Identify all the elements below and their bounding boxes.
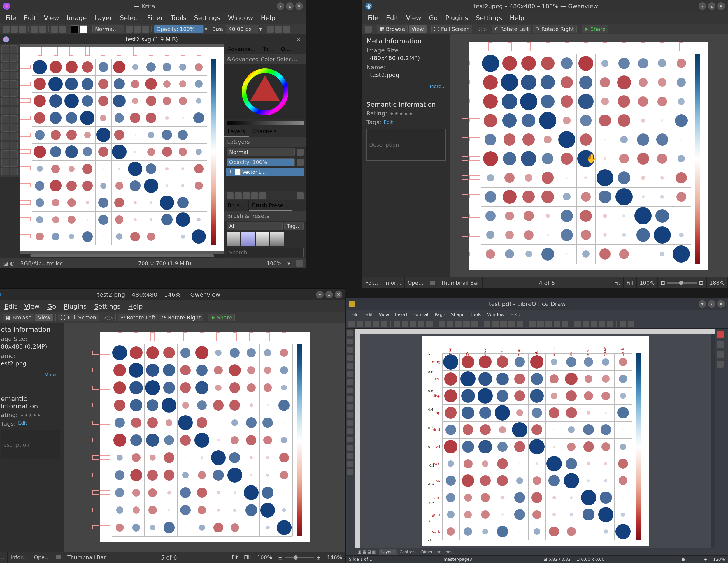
menu-select[interactable]: Select bbox=[119, 14, 141, 22]
draw-tool-icon[interactable] bbox=[347, 387, 353, 393]
rotate-left-button[interactable]: ↶ Rotate Left bbox=[492, 25, 531, 33]
advance-tab[interactable]: Advance… bbox=[224, 44, 259, 54]
shapes-icon[interactable] bbox=[717, 341, 724, 348]
polygon-tool[interactable] bbox=[10, 80, 18, 88]
toolbar-icon[interactable] bbox=[574, 321, 581, 327]
mirror-v-icon[interactable] bbox=[275, 26, 282, 33]
menu-file[interactable]: File bbox=[350, 311, 360, 318]
toolbar-icon[interactable] bbox=[455, 321, 462, 327]
menu-view[interactable]: View bbox=[405, 14, 422, 22]
thumbnail-bar-button[interactable]: Thumbnail Bar bbox=[438, 278, 483, 288]
zoom-slider[interactable]: — ● ———— + bbox=[676, 557, 707, 562]
delete-layer-icon[interactable] bbox=[297, 192, 304, 199]
brush-tool[interactable] bbox=[1, 63, 9, 71]
operations-tab[interactable]: Ope… bbox=[405, 278, 427, 288]
view-button[interactable]: View bbox=[35, 313, 53, 321]
pan-tool[interactable] bbox=[10, 159, 18, 167]
pattern-tool[interactable] bbox=[10, 98, 18, 106]
menu-edit[interactable]: Edit bbox=[363, 311, 374, 318]
folders-tab[interactable]: Fol… bbox=[362, 278, 381, 288]
add-layer-icon[interactable] bbox=[227, 192, 234, 199]
toolbar-icon[interactable] bbox=[394, 321, 400, 327]
tags-edit-link[interactable]: Edit bbox=[18, 420, 27, 427]
menu-insert[interactable]: Insert bbox=[394, 311, 409, 318]
toolbar-icon[interactable] bbox=[348, 321, 355, 327]
down-icon[interactable] bbox=[243, 192, 250, 199]
document-tab[interactable]: test2.svg (1.9 MiB) bbox=[125, 36, 178, 43]
contig-select-tool[interactable] bbox=[1, 142, 9, 149]
ref-tool[interactable] bbox=[10, 115, 18, 123]
toolbar-icon[interactable] bbox=[426, 321, 433, 327]
menu-go[interactable]: Go bbox=[46, 302, 57, 310]
magnetic-select-tool[interactable] bbox=[1, 150, 9, 158]
draw-tool-icon[interactable] bbox=[347, 420, 353, 426]
fill-button[interactable]: Fill bbox=[624, 278, 637, 288]
draw-tool-icon[interactable] bbox=[347, 396, 353, 401]
menu-filter[interactable]: Filter bbox=[146, 14, 164, 22]
fill-tool[interactable] bbox=[10, 168, 18, 176]
preset-thumb[interactable] bbox=[227, 232, 240, 246]
fit-button[interactable]: Fit bbox=[229, 552, 241, 563]
description-input[interactable] bbox=[1, 430, 60, 459]
layers-tab[interactable]: Layers bbox=[224, 127, 249, 137]
menu-help[interactable]: Help bbox=[509, 311, 521, 318]
zoom-slider[interactable]: ⊟⊞ bbox=[658, 278, 706, 288]
toolbar-icon[interactable] bbox=[529, 321, 536, 327]
thumb-toggle-icon[interactable] bbox=[430, 281, 435, 285]
menu-settings[interactable]: Settings bbox=[475, 14, 503, 22]
rotate-right-button[interactable]: ↷ Rotate Right bbox=[533, 25, 577, 33]
similar-select-tool[interactable] bbox=[10, 142, 18, 149]
draw-tool-icon[interactable] bbox=[347, 445, 353, 450]
fill-button[interactable]: Fill bbox=[241, 552, 254, 563]
menu-shape[interactable]: Shape bbox=[450, 311, 466, 318]
alpha-lock-icon[interactable] bbox=[142, 26, 149, 33]
eraser-icon[interactable] bbox=[134, 26, 141, 33]
h-scrollbar[interactable] bbox=[20, 254, 224, 258]
thumb-toggle-icon[interactable] bbox=[56, 555, 61, 559]
menu-settings[interactable]: Settings bbox=[193, 14, 222, 22]
picker-tool[interactable] bbox=[1, 168, 9, 176]
maximize-button[interactable]: ▴ bbox=[708, 300, 715, 308]
preset-thumb[interactable] bbox=[256, 232, 269, 246]
draw-tool-icon[interactable] bbox=[347, 347, 353, 352]
toolbar-icon[interactable] bbox=[537, 321, 544, 327]
zoom-slider[interactable]: ⊟⊞ bbox=[275, 552, 324, 563]
menu-go[interactable]: Go bbox=[428, 14, 439, 22]
crop-tool[interactable] bbox=[10, 54, 18, 62]
toolbar-icon[interactable] bbox=[500, 321, 507, 327]
calligraphy-tool[interactable] bbox=[10, 89, 18, 97]
close-button[interactable]: ✕ bbox=[295, 2, 303, 10]
props-icon[interactable] bbox=[259, 192, 266, 199]
ellipse-tool[interactable] bbox=[10, 72, 18, 79]
bezier-select-tool[interactable] bbox=[10, 150, 18, 158]
brush-engine-icon[interactable] bbox=[126, 26, 133, 33]
fg-swatch[interactable] bbox=[71, 25, 79, 33]
pattern-icon[interactable] bbox=[59, 26, 66, 33]
ellipse-select-tool[interactable] bbox=[10, 124, 18, 132]
draw-tool-icon[interactable] bbox=[347, 461, 353, 467]
dimlines-tab[interactable]: Dimension Lines bbox=[418, 550, 455, 554]
gwen2-titlebar[interactable]: test2.png – 480x480 – 146% — Gwenview ▾ … bbox=[0, 289, 345, 300]
draw-tool-icon[interactable] bbox=[347, 412, 353, 418]
angle-icon[interactable] bbox=[296, 260, 303, 267]
toolbar-icon[interactable] bbox=[439, 321, 445, 327]
gwen1-titlebar[interactable]: ◉ test2.jpeg – 480x480 – 188% — Gwenview… bbox=[362, 0, 728, 12]
gwen2-canvas[interactable] bbox=[64, 323, 345, 552]
save-icon[interactable] bbox=[19, 26, 26, 33]
close-button[interactable]: ✕ bbox=[335, 291, 342, 298]
open-icon[interactable] bbox=[11, 26, 18, 33]
toolbar-icon[interactable] bbox=[463, 321, 470, 327]
toolbar-icon[interactable] bbox=[591, 321, 597, 327]
mirror-h-icon[interactable] bbox=[267, 26, 274, 33]
menu-view[interactable]: View bbox=[43, 14, 60, 22]
toolbar-icon[interactable] bbox=[545, 321, 552, 327]
100pct-button[interactable]: 100% bbox=[637, 278, 658, 288]
toolbar-icon[interactable] bbox=[418, 321, 424, 327]
next-icon[interactable]: ▷ bbox=[483, 26, 487, 32]
size-spinbox[interactable]: 40.00 px bbox=[226, 25, 258, 33]
rotate-left-button[interactable]: ↶ Rotate Left bbox=[118, 313, 158, 321]
text-tool[interactable] bbox=[10, 45, 18, 53]
opacity-slider[interactable]: Opacity: 100% bbox=[154, 25, 204, 33]
rating-stars[interactable]: ★★★★★ bbox=[20, 412, 41, 418]
toolbar-icon[interactable] bbox=[471, 321, 478, 327]
